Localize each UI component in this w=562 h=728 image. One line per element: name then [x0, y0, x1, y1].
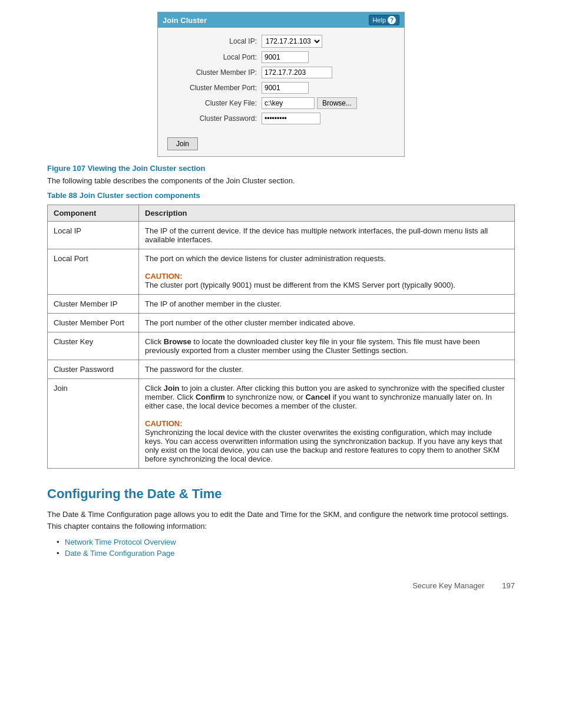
table-caption: Table 88 Join Cluster section components [47, 191, 515, 200]
cluster-member-port-input[interactable] [262, 82, 309, 94]
section-link-list: Network Time Protocol Overview Date & Ti… [47, 538, 515, 558]
cell-component-local-ip: Local IP [48, 222, 139, 249]
join-bold-1: Join [164, 384, 180, 393]
join-cluster-table: Component Description Local IP The IP of… [47, 205, 515, 469]
local-port-desc-text: The port on which the device listens for… [145, 254, 386, 263]
form-row-local-port: Local Port: [167, 51, 395, 63]
caution-label-2: CAUTION: [145, 419, 183, 428]
cell-component-join: Join [48, 379, 139, 469]
link-datetime-config[interactable]: Date & Time Configuration Page [65, 549, 174, 558]
table-row: Cluster Member Port The port number of t… [48, 314, 515, 332]
list-item-ntp: Network Time Protocol Overview [57, 538, 515, 546]
cell-desc-join: Click Join to join a cluster. After clic… [139, 379, 515, 469]
form-row-cluster-member-port: Cluster Member Port: [167, 82, 395, 94]
local-port-input[interactable] [262, 51, 309, 63]
form-row-cluster-member-ip: Cluster Member IP: [167, 67, 395, 78]
widget-title-bar: Join Cluster Help ? [158, 12, 404, 28]
widget-footer: Join [158, 135, 404, 156]
label-local-port: Local Port: [167, 53, 262, 61]
join-cluster-widget: Join Cluster Help ? Local IP: 172.17.21.… [157, 12, 405, 157]
table-row: Cluster Password The password for the cl… [48, 360, 515, 379]
help-button[interactable]: Help ? [369, 15, 399, 25]
col-header-description: Description [139, 205, 515, 222]
join-caution-text: Synchronizing the local device with the … [145, 428, 502, 463]
cell-component-cluster-member-port: Cluster Member Port [48, 314, 139, 332]
local-port-caution-text: The cluster port (typically 9001) must b… [145, 281, 455, 289]
widget-title: Join Cluster [163, 16, 207, 25]
table-row: Local Port The port on which the device … [48, 249, 515, 295]
table-row: Local IP The IP of the current device. I… [48, 222, 515, 249]
section-intro: The Date & Time Configuration page allow… [47, 509, 515, 532]
cancel-bold: Cancel [305, 393, 330, 401]
cell-component-cluster-key: Cluster Key [48, 332, 139, 360]
cell-desc-cluster-key: Click Browse to locate the downloaded cl… [139, 332, 515, 360]
browse-button[interactable]: Browse... [317, 97, 357, 109]
confirm-bold: Confirm [196, 393, 225, 401]
table-header-row: Component Description [48, 205, 515, 222]
link-ntp-overview[interactable]: Network Time Protocol Overview [65, 538, 176, 546]
cell-component-local-port: Local Port [48, 249, 139, 295]
label-local-ip: Local IP: [167, 37, 262, 45]
label-cluster-password: Cluster Password: [167, 114, 262, 123]
cluster-member-ip-input[interactable] [262, 67, 332, 78]
help-icon: ? [388, 16, 396, 24]
table-row: Cluster Key Click Browse to locate the d… [48, 332, 515, 360]
page-footer: Secure Key Manager 197 [47, 581, 515, 590]
cell-desc-cluster-password: The password for the cluster. [139, 360, 515, 379]
form-row-cluster-password: Cluster Password: [167, 113, 395, 124]
list-item-datetime: Date & Time Configuration Page [57, 549, 515, 558]
cell-desc-local-port: The port on which the device listens for… [139, 249, 515, 295]
table-row: Cluster Member IP The IP of another memb… [48, 295, 515, 314]
table-description: The following table describes the compon… [47, 176, 515, 185]
join-button[interactable]: Join [167, 137, 198, 150]
cell-component-cluster-password: Cluster Password [48, 360, 139, 379]
cell-desc-cluster-member-port: The port number of the other cluster mem… [139, 314, 515, 332]
label-cluster-member-ip: Cluster Member IP: [167, 68, 262, 77]
label-cluster-key-file: Cluster Key File: [167, 99, 262, 107]
form-row-local-ip: Local IP: 172.17.21.103 [167, 35, 395, 48]
label-cluster-member-port: Cluster Member Port: [167, 84, 262, 92]
widget-body: Local IP: 172.17.21.103 Local Port: Clus… [158, 28, 404, 135]
section-heading: Configuring the Date & Time [47, 486, 515, 502]
local-ip-select[interactable]: 172.17.21.103 [262, 35, 322, 48]
cell-desc-cluster-member-ip: The IP of another member in the cluster. [139, 295, 515, 314]
browse-bold: Browse [164, 337, 191, 346]
caution-label-1: CAUTION: [145, 272, 183, 281]
form-row-cluster-key-file: Cluster Key File: Browse... [167, 97, 395, 109]
footer-product: Secure Key Manager [412, 581, 484, 590]
cluster-key-file-input[interactable] [262, 97, 315, 109]
cell-component-cluster-member-ip: Cluster Member IP [48, 295, 139, 314]
footer-page-number: 197 [502, 581, 515, 590]
figure-caption: Figure 107 Viewing the Join Cluster sect… [47, 164, 515, 173]
help-label: Help [372, 17, 386, 24]
table-row: Join Click Join to join a cluster. After… [48, 379, 515, 469]
cell-desc-local-ip: The IP of the current device. If the dev… [139, 222, 515, 249]
join-desc-text: Click Join to join a cluster. After clic… [145, 384, 505, 410]
cluster-password-input[interactable] [262, 113, 320, 124]
col-header-component: Component [48, 205, 139, 222]
